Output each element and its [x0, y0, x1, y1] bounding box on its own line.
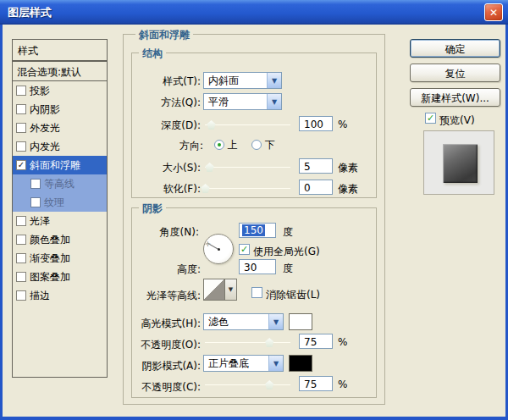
preview-label: 预览(V) — [439, 113, 475, 128]
style-item-label: 内发光 — [30, 140, 60, 154]
highlight-mode-value: 滤色 — [204, 315, 268, 329]
close-button[interactable]: ✕ — [484, 3, 503, 21]
preview-checkbox[interactable] — [425, 113, 436, 124]
ok-button[interactable]: 确定 — [410, 39, 500, 58]
slider-thumb[interactable] — [265, 338, 274, 347]
chevron-down-icon[interactable]: ▼ — [268, 314, 283, 329]
slider-thumb[interactable] — [207, 120, 216, 130]
style-item-checkbox[interactable] — [30, 197, 41, 207]
highlight-opacity-slider[interactable] — [205, 337, 290, 347]
style-list-item[interactable]: 描边 — [13, 286, 107, 305]
global-light-checkbox[interactable] — [239, 244, 250, 255]
style-item-checkbox[interactable] — [16, 141, 26, 152]
angle-label: 角度(N): — [123, 225, 199, 240]
chevron-down-icon[interactable]: ▼ — [267, 94, 281, 109]
new-style-button[interactable]: 新建样式(W)... — [410, 88, 500, 107]
anti-alias-label: 消除锯齿(L) — [266, 288, 320, 302]
highlight-opacity-input[interactable]: 75 — [299, 334, 333, 349]
style-item-label: 等高线 — [44, 177, 75, 191]
direction-up-radio[interactable]: 上 — [214, 138, 238, 152]
angle-center-dot — [218, 248, 220, 251]
title-bar[interactable]: 图层样式 ✕ — [0, 0, 508, 25]
shadow-mode-select[interactable]: 正片叠底 ▼ — [203, 355, 284, 372]
style-item-checkbox[interactable] — [16, 123, 26, 133]
shadow-opacity-slider[interactable] — [205, 379, 290, 390]
style-preview-panel — [423, 130, 494, 195]
style-list-item[interactable]: 颜色叠加 — [13, 230, 107, 249]
slider-thumb[interactable] — [265, 380, 274, 390]
radio-icon[interactable] — [251, 140, 262, 150]
blending-options-item[interactable]: 混合选项:默认 — [13, 62, 107, 81]
style-list-item[interactable]: 投影 — [13, 81, 107, 100]
style-item-checkbox[interactable] — [16, 272, 26, 282]
style-item-checkbox[interactable]: ✓ — [16, 160, 26, 170]
radio-icon[interactable] — [214, 140, 224, 150]
angle-dial[interactable]: ✛ — [203, 234, 234, 264]
style-item-checkbox[interactable] — [16, 216, 26, 226]
altitude-value: 30 — [244, 262, 257, 274]
style-item-checkbox[interactable] — [16, 290, 26, 301]
style-item-checkbox[interactable] — [30, 179, 41, 189]
style-item-label: 渐变叠加 — [30, 251, 70, 266]
size-input[interactable]: 5 — [299, 158, 333, 174]
blending-options-label: 混合选项:默认 — [17, 66, 81, 78]
slider-track — [205, 384, 290, 385]
style-preview-thumbnail — [443, 144, 478, 183]
style-item-label: 内阴影 — [30, 102, 60, 117]
size-slider[interactable] — [205, 162, 290, 172]
chevron-down-icon[interactable]: ▼ — [268, 356, 283, 371]
angle-input[interactable]: 150 — [239, 223, 276, 238]
style-item-checkbox[interactable] — [16, 86, 26, 96]
shadow-opacity-label: 不透明度(C): — [124, 380, 201, 395]
direction-down-radio[interactable]: 下 — [251, 138, 275, 152]
shading-title: 阴影 — [139, 202, 166, 216]
style-item-checkbox[interactable] — [16, 104, 26, 114]
style-list-item[interactable]: 内阴影 — [13, 100, 107, 119]
soften-input[interactable]: 0 — [299, 180, 333, 195]
style-item-checkbox[interactable] — [16, 235, 26, 245]
technique-select[interactable]: 平滑 ▼ — [203, 93, 282, 110]
style-item-label: 描边 — [30, 289, 50, 303]
depth-label: 深度(D): — [124, 119, 201, 133]
close-icon: ✕ — [489, 7, 498, 19]
style-select-value: 内斜面 — [204, 74, 267, 88]
style-list-item[interactable]: ✓ 斜面和浮雕 — [13, 156, 107, 174]
altitude-input[interactable]: 30 — [239, 259, 276, 274]
direction-down-label: 下 — [265, 139, 275, 151]
gloss-contour-dropdown[interactable]: ▼ — [225, 279, 237, 301]
style-list-item[interactable]: 光泽 — [13, 212, 107, 230]
chevron-down-icon[interactable]: ▼ — [267, 73, 281, 88]
layer-style-dialog: 图层样式 ✕ 样式 混合选项:默认 投影 内阴影 外发光 内发光 ✓ 斜面和浮雕 — [0, 0, 508, 420]
size-unit: 像素 — [338, 161, 358, 175]
style-list-item[interactable]: 内发光 — [13, 137, 107, 156]
style-list-item[interactable]: 渐变叠加 — [13, 249, 107, 268]
styles-list: 混合选项:默认 投影 内阴影 外发光 内发光 ✓ 斜面和浮雕 等高线 纹理 光泽 — [12, 61, 108, 378]
style-list-item[interactable]: 外发光 — [13, 119, 107, 137]
style-select[interactable]: 内斜面 ▼ — [203, 72, 282, 89]
anti-alias-checkbox[interactable] — [251, 287, 262, 298]
depth-unit: % — [338, 119, 347, 130]
reset-button[interactable]: 复位 — [410, 64, 500, 82]
style-item-checkbox[interactable] — [16, 253, 26, 263]
shadow-opacity-unit: % — [338, 379, 347, 390]
highlight-color-swatch[interactable] — [289, 313, 312, 330]
gloss-contour-thumbnail[interactable] — [203, 279, 225, 301]
technique-select-value: 平滑 — [204, 95, 267, 109]
style-item-label: 光泽 — [30, 214, 50, 229]
style-list-item[interactable]: 纹理 — [13, 193, 107, 212]
shadow-opacity-input[interactable]: 75 — [299, 376, 333, 391]
window-title: 图层样式 — [8, 5, 52, 20]
style-label: 样式(T): — [124, 75, 201, 89]
slider-thumb[interactable] — [205, 163, 214, 172]
style-list-item[interactable]: 图案叠加 — [13, 268, 107, 286]
shadow-color-swatch[interactable] — [289, 355, 312, 372]
angle-tip-marker: ✛ — [205, 240, 211, 248]
style-item-label: 颜色叠加 — [30, 233, 70, 247]
global-light-label: 使用全局光(G) — [253, 245, 320, 259]
soften-slider[interactable] — [205, 183, 290, 193]
depth-slider[interactable] — [205, 119, 290, 130]
highlight-mode-select[interactable]: 滤色 ▼ — [203, 313, 284, 330]
shadow-opacity-value: 75 — [304, 379, 317, 390]
depth-input[interactable]: 100 — [299, 116, 333, 131]
style-list-item[interactable]: 等高线 — [13, 174, 107, 193]
